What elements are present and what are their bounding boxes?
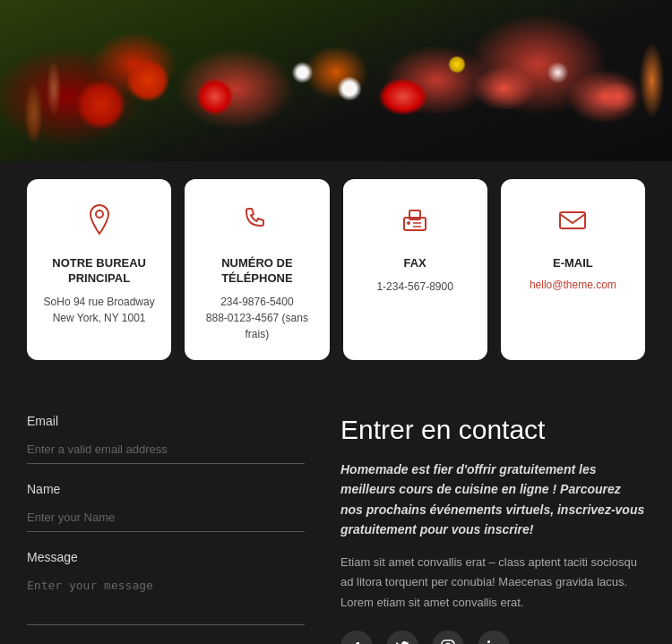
email-card: E-MAIL hello@theme.com	[501, 179, 645, 360]
svg-point-0	[96, 210, 103, 218]
contact-body-text: Etiam sit amet convallis erat – class ap…	[340, 553, 645, 612]
office-card-title: NOTRE BUREAUPRINCIPAL	[52, 256, 146, 287]
social-icons-row	[340, 631, 645, 644]
svg-point-3	[407, 221, 410, 225]
message-form-group: Message	[27, 550, 305, 629]
contact-form: Email Name Message SOUMETTRE	[27, 414, 305, 644]
cards-row: NOTRE BUREAUPRINCIPAL SoHo 94 rue Broadw…	[27, 179, 645, 360]
contact-info-section: Entrer en contact Homemade est fier d'of…	[340, 414, 645, 644]
fax-card-title: FAX	[403, 256, 426, 271]
message-textarea[interactable]	[27, 571, 305, 625]
fax-card-content: 1-234-567-8900	[376, 279, 452, 295]
linkedin-icon[interactable]	[478, 631, 510, 644]
name-form-group: Name	[27, 482, 305, 532]
email-form-group: Email	[27, 414, 305, 464]
email-input[interactable]	[27, 435, 305, 464]
svg-point-11	[487, 640, 490, 643]
contact-highlight-text: Homemade est fier d'offrir gratuitement …	[340, 459, 645, 540]
phone-card-title: NUMÉRO DETÉLÉPHONE	[221, 256, 292, 287]
instagram-icon[interactable]	[432, 631, 464, 644]
phone-card: NUMÉRO DETÉLÉPHONE 234-9876-5400888-0123…	[185, 179, 329, 360]
info-cards-section: NOTRE BUREAUPRINCIPAL SoHo 94 rue Broadw…	[0, 161, 672, 387]
message-label: Message	[27, 550, 305, 564]
hero-background	[0, 0, 672, 161]
email-label: Email	[27, 414, 305, 428]
location-icon	[82, 202, 117, 245]
fax-icon	[397, 202, 433, 245]
twitter-icon[interactable]	[386, 631, 418, 644]
email-card-title: E-MAIL	[553, 256, 593, 271]
phone-card-content: 234-9876-5400888-0123-4567 (sans frais)	[198, 294, 315, 342]
hero-overlay	[0, 0, 672, 161]
bottom-section: Email Name Message SOUMETTRE Entrer en c…	[0, 387, 672, 644]
fax-card: FAX 1-234-567-8900	[343, 179, 487, 360]
facebook-icon[interactable]	[340, 631, 373, 644]
name-label: Name	[27, 482, 305, 496]
svg-point-9	[452, 642, 452, 643]
phone-icon	[239, 202, 275, 245]
email-link[interactable]: hello@theme.com	[530, 279, 616, 291]
contact-heading: Entrer en contact	[340, 414, 645, 446]
svg-rect-6	[560, 212, 585, 228]
office-card: NOTRE BUREAUPRINCIPAL SoHo 94 rue Broadw…	[27, 179, 171, 360]
name-input[interactable]	[27, 503, 305, 532]
office-card-content: SoHo 94 rue Broadway New York, NY 1001	[40, 294, 158, 326]
email-icon	[555, 202, 590, 245]
hero-section	[0, 0, 672, 161]
